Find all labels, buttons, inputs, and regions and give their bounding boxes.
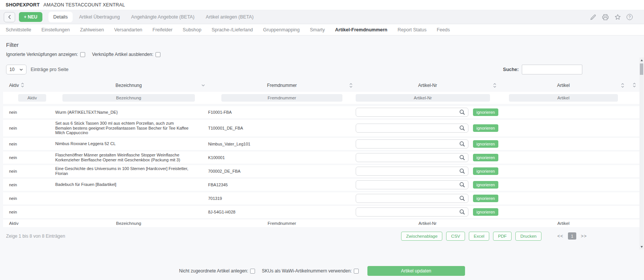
help-icon[interactable]: ?: [627, 14, 633, 20]
sort-icon[interactable]: [349, 83, 353, 88]
create-unassigned-label: Nicht zugeordnete Artikel anlegen:: [179, 268, 248, 274]
search-label: Suche:: [503, 67, 519, 72]
subnav-artikel-fremdnummern[interactable]: Artikel-Fremdnummern: [335, 27, 387, 32]
subnav-gruppenmapping[interactable]: Gruppenmapping: [263, 27, 300, 32]
tab-angehaengte-angebote[interactable]: Angehängte Angebote (BETA): [126, 12, 199, 22]
artikel-nr-input[interactable]: [356, 180, 468, 189]
drucken-button[interactable]: Drucken: [515, 232, 541, 241]
cell-aktiv: nein: [3, 126, 49, 130]
ignorieren-button[interactable]: ignorieren: [473, 124, 498, 132]
column-header-bezeichnung[interactable]: Bezeichnung: [49, 83, 208, 88]
filter-input-artikel[interactable]: Artikel: [509, 94, 618, 102]
sort-icon[interactable]: [621, 83, 624, 88]
subnav-freifelder[interactable]: Freifelder: [152, 27, 173, 32]
search-input[interactable]: [522, 65, 582, 74]
back-button[interactable]: [4, 12, 15, 22]
search-magnifier-icon[interactable]: [459, 155, 465, 160]
filter-input-artikel-nr[interactable]: Artikel-Nr: [356, 94, 490, 102]
cell-bezeichnung: Set aus 6 Stück Tassen 300 ml aus echtem…: [49, 121, 208, 135]
sort-down-icon[interactable]: [201, 84, 205, 87]
column-header-fremdnummer[interactable]: Fremdnummer: [208, 83, 356, 88]
tab-artikel-uebertragung[interactable]: Artikel Übertragung: [74, 12, 125, 22]
cell-bezeichnung: Flaschenöffner Männer gestalten Weinflas…: [49, 153, 208, 162]
subnav-feeds[interactable]: Feeds: [437, 27, 450, 32]
footer-artikel: Artikel: [499, 221, 627, 226]
column-header-artikel[interactable]: Artikel: [499, 83, 627, 88]
subnav-report-status[interactable]: Report Status: [398, 27, 426, 32]
column-header-action[interactable]: [627, 82, 641, 89]
vertical-scrollbar[interactable]: [639, 57, 644, 249]
excel-button[interactable]: Excel: [469, 232, 489, 241]
search-magnifier-icon[interactable]: [459, 209, 465, 215]
scroll-up-icon[interactable]: [639, 57, 644, 63]
table-filter-row: Aktiv Bezeichnung Fremdnummer Artikel-Nr…: [3, 92, 641, 104]
subnav-subshop[interactable]: Subshop: [183, 27, 201, 32]
filter-input-bezeichnung[interactable]: Bezeichnung: [62, 94, 195, 102]
subnav-sprache-lieferland[interactable]: Sprache-/Lieferland: [212, 27, 253, 32]
filter-input-fremdnummer[interactable]: Fremdnummer: [221, 94, 342, 102]
scrollbar-thumb[interactable]: [640, 63, 643, 75]
current-page-button[interactable]: 1: [568, 232, 576, 240]
search-magnifier-icon[interactable]: [459, 195, 465, 201]
subnav-zahlweisen[interactable]: Zahlweisen: [80, 27, 104, 32]
artikel-nr-input[interactable]: [356, 124, 468, 133]
ignorieren-button[interactable]: ignorieren: [473, 208, 498, 216]
artikel-nr-input[interactable]: [356, 207, 468, 217]
subnav-schnittstelle[interactable]: Schnittstelle: [6, 27, 31, 32]
ignorieren-button[interactable]: ignorieren: [473, 195, 498, 202]
sort-icon[interactable]: [633, 82, 636, 89]
title-bar: SHOPEXPORT AMAZON TESTACCOUNT XENTRAL: [0, 0, 644, 10]
cell-bezeichnung: Badebuch für Frauen [Badartikel]: [49, 182, 208, 187]
artikel-updaten-button[interactable]: Artikel updaten: [367, 266, 465, 276]
cell-aktiv: nein: [3, 155, 49, 160]
hide-linked-label: Verknüpfte Artikel ausblenden:: [92, 52, 153, 57]
edit-pencil-icon[interactable]: [590, 14, 596, 20]
new-button[interactable]: + NEU: [19, 12, 42, 22]
subnav-einstellungen[interactable]: Einstellungen: [41, 27, 70, 32]
column-header-artikel-nr[interactable]: Artikel-Nr: [356, 83, 499, 88]
ignorieren-button[interactable]: ignorieren: [473, 167, 498, 175]
show-ignored-checkbox[interactable]: [80, 52, 85, 57]
ignorieren-button[interactable]: ignorieren: [473, 108, 498, 116]
sort-icon[interactable]: [21, 82, 24, 89]
artikel-nr-input[interactable]: [356, 139, 468, 149]
search-magnifier-icon[interactable]: [459, 110, 465, 115]
artikel-nr-input[interactable]: [356, 167, 468, 176]
pdf-button[interactable]: PDF: [493, 232, 512, 241]
search-magnifier-icon[interactable]: [459, 141, 465, 147]
tab-details[interactable]: Details: [48, 12, 73, 22]
star-icon[interactable]: [614, 14, 621, 20]
table-body: nein Wurm {ARTIKELTEXT:Name_DE} F10001-F…: [0, 106, 644, 218]
page-size-select[interactable]: 10: [6, 65, 26, 74]
skus-checkbox[interactable]: [354, 269, 359, 274]
prev-page-button[interactable]: <<: [557, 234, 563, 239]
search-magnifier-icon[interactable]: [459, 182, 465, 187]
next-page-button[interactable]: >>: [581, 234, 587, 239]
search-magnifier-icon[interactable]: [459, 125, 465, 131]
artikel-nr-input[interactable]: [356, 108, 468, 117]
artikel-nr-input[interactable]: [356, 153, 468, 162]
search-magnifier-icon[interactable]: [459, 168, 465, 174]
pagination: << 1 >>: [557, 232, 587, 240]
sort-icon[interactable]: [493, 83, 496, 88]
table-summary-row: Zeige 1 bis 8 von 8 Einträgen Zwischenab…: [6, 232, 638, 241]
hide-linked-checkbox[interactable]: [156, 52, 160, 57]
subnav-versandarten[interactable]: Versandarten: [114, 27, 142, 32]
tab-artikel-anlegen[interactable]: Artikel anlegen (BETA): [201, 12, 258, 22]
ignorieren-button[interactable]: ignorieren: [473, 140, 498, 148]
printer-icon[interactable]: [602, 14, 609, 20]
artikel-nr-input[interactable]: [356, 194, 468, 203]
create-unassigned-checkbox[interactable]: [250, 269, 255, 274]
ignorieren-button[interactable]: ignorieren: [473, 181, 498, 189]
entries-summary: Zeige 1 bis 8 von 8 Einträgen: [6, 234, 65, 239]
ignorieren-button[interactable]: ignorieren: [473, 154, 498, 161]
column-header-aktiv[interactable]: Aktiv: [3, 82, 49, 89]
cell-fremdnummer: Nimbus_Vater_Leg101: [208, 142, 356, 146]
zwischenablage-button[interactable]: Zwischenablage: [401, 232, 442, 241]
cell-artikel-nr: [356, 124, 469, 133]
subnav-smarty[interactable]: Smarty: [310, 27, 325, 32]
csv-button[interactable]: CSV: [446, 232, 465, 241]
scroll-down-icon[interactable]: [639, 244, 644, 249]
footer-fremdnummer: Fremdnummer: [208, 221, 356, 226]
filter-input-aktiv[interactable]: Aktiv: [18, 94, 46, 102]
